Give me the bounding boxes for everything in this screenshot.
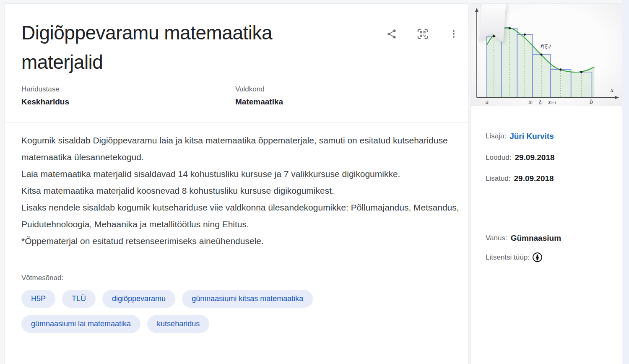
header-actions — [385, 27, 461, 42]
material-thumbnail: y x a xᵢ ξᵢ xᵢ₊₁ b f(ξᵢ) — [471, 4, 622, 106]
domain-group: Valdkond Matemaatika — [235, 85, 283, 107]
added-label: Lisatud: — [486, 174, 511, 183]
tag-row: H5P TLÜ digiõppevaramu gümnaasiumi kitsa… — [21, 290, 462, 308]
tick-a: a — [485, 99, 489, 105]
more-menu-button[interactable] — [447, 27, 461, 42]
added-value: 29.09.2018 — [514, 174, 554, 183]
qr-code-icon — [416, 28, 429, 42]
sidebar-divider — [471, 207, 622, 207]
section-divider — [471, 352, 622, 352]
age-row: Vanus: Gümnaasium — [486, 234, 561, 243]
share-icon — [386, 29, 397, 41]
qr-code-button[interactable] — [416, 27, 430, 42]
material-info-sidebar: y x a xᵢ ξᵢ xᵢ₊₁ b f(ξᵢ) Lisaja: Jüri Ku… — [470, 3, 622, 364]
education-level-label: Haridustase — [21, 85, 235, 94]
created-label: Loodud: — [486, 153, 511, 162]
author-label: Lisaja: — [486, 132, 506, 140]
tag-digioppevaramu[interactable]: digiõppevaramu — [102, 290, 175, 308]
tick-xi1: xᵢ₊₁ — [548, 99, 556, 105]
page-title: Digiõppevaramu matemaatika materjalid — [21, 18, 353, 77]
added-row: Lisatud: 29.09.2018 — [486, 174, 554, 183]
education-level-group: Haridustase Keskharidus — [21, 85, 235, 107]
keyword-tags: H5P TLÜ digiõppevaramu gümnaasiumi kitsa… — [21, 290, 462, 340]
section-divider — [5, 352, 468, 352]
description-paragraph: Kitsa matemaatika materjalid koosnevad 8… — [21, 182, 460, 199]
header-divider — [5, 122, 468, 122]
material-detail-card: Digiõppevaramu matemaatika materjalid — [4, 3, 469, 364]
tick-b: b — [589, 99, 593, 105]
tag-h5p[interactable]: H5P — [21, 290, 55, 308]
curve-label-fxi: f(ξᵢ) — [540, 43, 551, 49]
description-paragraph: Kogumik sisaldab Digiõppevaramu laia ja … — [21, 132, 460, 166]
meta-row: Haridustase Keskharidus Valdkond Matemaa… — [21, 85, 283, 107]
tick-xi: xᵢ — [528, 99, 533, 105]
tag-tlu[interactable]: TLÜ — [62, 290, 96, 308]
description-paragraph: Laia matemaatika materjalid sisaldavad 1… — [21, 166, 460, 182]
license-label: Litsentsi tüüp: — [486, 253, 530, 262]
cc-attribution-icon[interactable] — [532, 252, 543, 263]
author-link[interactable]: Jüri Kurvits — [509, 132, 554, 141]
description-paragraph: *Õppematerjal on esitatud retsenseerimis… — [21, 233, 460, 250]
description-paragraph: Lisaks nendele sisaldab kogumik kutsehar… — [21, 199, 460, 233]
tag-gumnaasiumi-kitsas-matemaatika[interactable]: gümnaasiumi kitsas matemaatika — [182, 290, 313, 308]
age-label: Vanus: — [486, 234, 507, 242]
kebab-menu-icon — [449, 29, 459, 40]
page-background-strip — [622, 0, 629, 364]
created-row: Loodud: 29.09.2018 — [486, 153, 555, 162]
domain-label: Valdkond — [235, 85, 283, 94]
education-level-value: Keskharidus — [21, 97, 235, 107]
tick-xii: ξᵢ — [538, 99, 543, 105]
share-button[interactable] — [385, 27, 399, 42]
domain-value: Matemaatika — [235, 97, 283, 107]
keywords-label: Võtmesõnad: — [21, 274, 63, 282]
created-value: 29.09.2018 — [515, 153, 554, 162]
license-row: Litsentsi tüüp: — [486, 252, 543, 263]
age-value: Gümnaasium — [511, 234, 561, 243]
tag-kutseharidus[interactable]: kutseharidus — [147, 315, 209, 333]
bookmark-ribbon — [482, 4, 506, 42]
author-row: Lisaja: Jüri Kurvits — [486, 132, 554, 141]
description: Kogumik sisaldab Digiõppevaramu laia ja … — [21, 132, 460, 250]
x-axis-label: x — [610, 87, 614, 93]
tag-gumnaasiumi-lai-matemaatika[interactable]: gümnaasiumi lai matemaatika — [21, 315, 140, 333]
tag-row: gümnaasiumi lai matemaatika kutseharidus — [21, 315, 462, 333]
